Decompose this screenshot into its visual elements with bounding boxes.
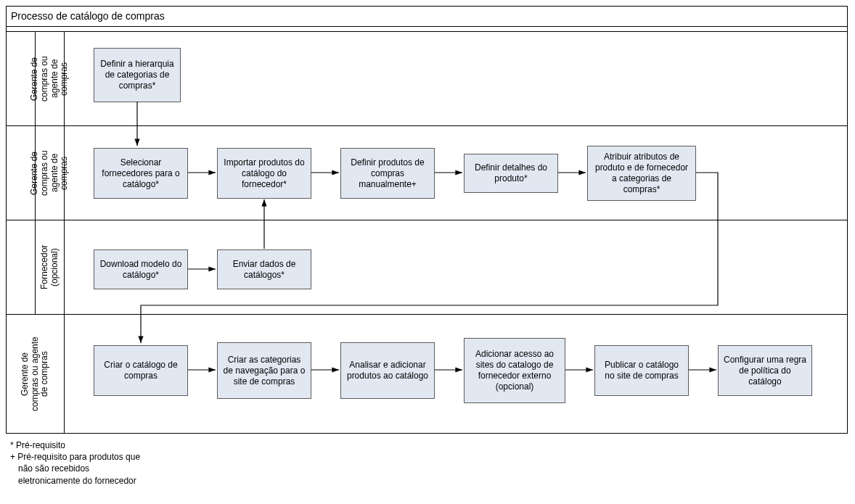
diagram-canvas: Processo de catálogo de compras Gerente … [0, 0, 855, 504]
activity-send-catalog-data: Enviar dados de catálogos* [217, 249, 311, 289]
lane-4: Gerente de compras ou agente de compras … [7, 314, 847, 433]
swimlane-pool: Processo de catálogo de compras Gerente … [6, 6, 848, 434]
activity-configure-policy-rule: Configurar uma regra de política do catá… [718, 345, 812, 396]
lane-2-body: Selecionar fornecedores para o catálogo*… [65, 126, 847, 220]
activity-select-suppliers: Selecionar fornecedores para o catálogo* [94, 148, 188, 199]
footnote-star: * Pré-requisito [10, 439, 142, 451]
lane-4-label: Gerente de compras ou agente de compras [7, 315, 65, 433]
footnotes: * Pré-requisito + Pré-requisito para pro… [10, 439, 142, 487]
lane-1-label-inner: Gerente de compras ou agente de compras [36, 32, 65, 125]
activity-publish-catalog: Publicar o catálogo no site de compras [594, 345, 689, 396]
lane-3-label-outer [7, 220, 36, 314]
activity-review-add-products: Analisar e adicionar produtos ao catálog… [340, 342, 435, 399]
lane-2: Gerente de compras ou agente de compras … [7, 125, 847, 220]
activity-download-template: Download modelo do catálogo* [94, 249, 188, 289]
lane-2-label-text: Gerente de compras ou agente de compras [36, 126, 64, 220]
lane-3-label-text: Fornecedor (opcional) [36, 220, 64, 314]
lane-3-label-inner: Fornecedor (opcional) [36, 220, 65, 314]
pool-title: Processo de catálogo de compras [7, 7, 847, 27]
lane-4-label-text: Gerente de compras ou agente de compras [7, 315, 64, 433]
activity-assign-attributes: Atribuir atributos de produto e de forne… [587, 146, 696, 201]
activity-create-catalog: Criar o catálogo de compras [94, 345, 188, 396]
lane-2-label-inner: Gerente de compras ou agente de compras [36, 126, 65, 220]
lane-4-body: Criar o catálogo de compras Criar as cat… [65, 315, 847, 433]
activity-define-products-manually: Definir produtos de compras manualmente+ [340, 148, 435, 199]
lane-1-body: Definir a hierarquia de categorias de co… [65, 32, 847, 125]
activity-import-products: Importar produtos do catálogo do fornece… [217, 148, 311, 199]
lane-1: Gerente de compras ou agente de compras … [7, 31, 847, 125]
activity-add-external-vendor-access: Adicionar acesso ao sites do catalogo de… [464, 338, 565, 403]
lane-1-label-outer-text [7, 32, 36, 125]
lane-3-body: Download modelo do catálogo* Enviar dado… [65, 220, 847, 314]
lane-3: Fornecedor (opcional) Download modelo do… [7, 220, 847, 314]
lane-1-label-text: Gerente de compras ou agente de compras [36, 32, 64, 125]
activity-create-nav-categories: Criar as categorias de navegação para o … [217, 342, 311, 399]
footnote-plus: + Pré-requisito para produtos que não sã… [10, 451, 142, 487]
activity-define-product-details: Definir detalhes do produto* [464, 154, 558, 193]
activity-define-hierarchy: Definir a hierarquia de categorias de co… [94, 48, 181, 102]
